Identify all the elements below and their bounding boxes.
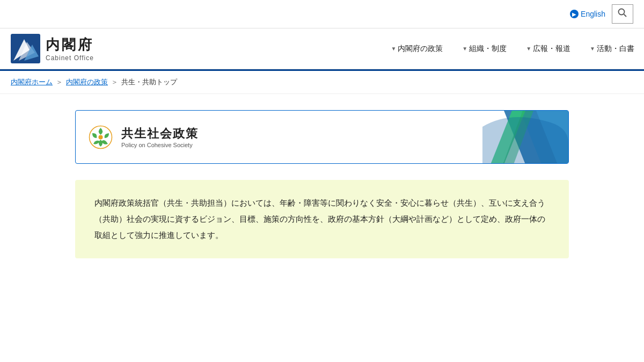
logo-roman: Cabinet Office (46, 54, 94, 62)
policy-banner-content: 共生社会政策 Policy on Cohesive Society (76, 111, 482, 163)
svg-line-1 (624, 15, 627, 17)
breadcrumb: 内閣府ホーム ＞ 内閣府の政策 ＞ 共生・共助トップ (0, 71, 644, 94)
logo-kanji: 内閣府 (46, 35, 94, 54)
policy-title-kanji: 共生社会政策 (121, 126, 199, 142)
search-icon (618, 8, 627, 18)
description-text: 内閣府政策統括官（共生・共助担当）においては、年齢・障害等に関わりなく安全・安心… (94, 195, 550, 243)
nav-label-activity: 活動・白書 (597, 44, 634, 54)
breadcrumb-sep-2: ＞ (111, 77, 118, 87)
policy-title-en: Policy on Cohesive Society (121, 142, 199, 148)
nav-item-activity[interactable]: ▼ 活動・白書 (580, 30, 644, 68)
svg-point-0 (619, 9, 625, 15)
english-label: English (581, 10, 605, 18)
nav-label-policy: 内閣府の政策 (398, 44, 443, 54)
nav-section: ▼ 内閣府の政策 ▼ 組織・制度 ▼ 広報・報道 ▼ 活動・白書 (105, 30, 644, 68)
nav-item-policy[interactable]: ▼ 内閣府の政策 (381, 30, 452, 68)
banner-graphic-svg (482, 111, 568, 163)
header-top-bar: ▶ English (0, 0, 644, 28)
policy-title-text: 共生社会政策 Policy on Cohesive Society (121, 126, 199, 148)
svg-point-4 (99, 135, 103, 139)
cabinet-office-logo-icon (11, 34, 40, 63)
nav-item-org[interactable]: ▼ 組織・制度 (452, 30, 516, 68)
breadcrumb-sep-1: ＞ (56, 77, 63, 87)
nav-chevron-org: ▼ (462, 46, 467, 52)
policy-banner: 共生社会政策 Policy on Cohesive Society (75, 110, 569, 164)
policy-banner-graphic (482, 111, 568, 163)
search-button[interactable] (612, 4, 633, 24)
breadcrumb-policy[interactable]: 内閣府の政策 (66, 77, 108, 87)
nav-label-org: 組織・制度 (469, 44, 507, 54)
breadcrumb-current: 共生・共助トップ (121, 77, 177, 87)
english-arrow-icon: ▶ (570, 10, 579, 18)
description-box: 内閣府政策統括官（共生・共助担当）においては、年齢・障害等に関わりなく安全・安心… (75, 180, 569, 258)
nav-label-pr: 広報・報道 (533, 44, 570, 54)
nav-chevron-activity: ▼ (590, 46, 595, 52)
logo-section: 内閣府 Cabinet Office (0, 28, 105, 69)
breadcrumb-home[interactable]: 内閣府ホーム (11, 77, 53, 87)
header-combined: 内閣府 Cabinet Office ▼ 内閣府の政策 ▼ 組織・制度 ▼ 広報… (0, 28, 644, 69)
english-link[interactable]: ▶ English (570, 10, 605, 18)
logo-text: 内閣府 Cabinet Office (46, 35, 94, 62)
policy-logo-icon (89, 125, 113, 149)
main-content: 共生社会政策 Policy on Cohesive Society 内閣府政策統… (54, 94, 590, 274)
nav-item-pr[interactable]: ▼ 広報・報道 (516, 30, 580, 68)
nav-chevron-pr: ▼ (526, 46, 531, 52)
nav-chevron-policy: ▼ (391, 46, 396, 52)
